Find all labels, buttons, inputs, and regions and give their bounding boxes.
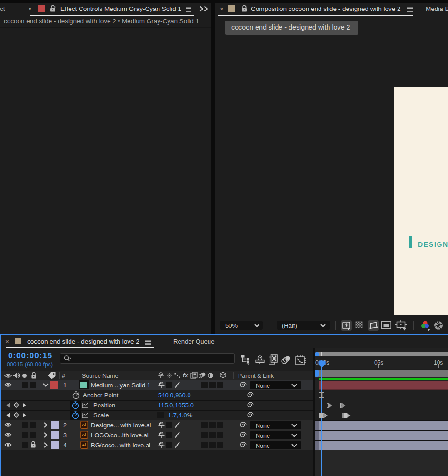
svg-text:Ai: Ai [82,443,86,447]
svg-text:Ai: Ai [82,433,86,437]
svg-text:Ai: Ai [82,423,86,427]
